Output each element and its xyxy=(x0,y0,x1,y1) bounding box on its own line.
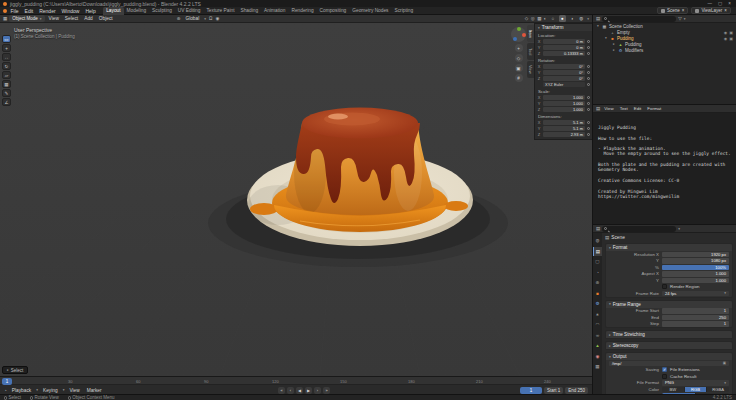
transform-orientation-selector[interactable]: Global xyxy=(183,16,201,21)
next-keyframe-button[interactable]: › xyxy=(314,387,321,394)
move-tool[interactable]: ↔ xyxy=(2,53,11,61)
animate-dot[interactable] xyxy=(587,65,590,68)
measure-tool[interactable]: ∠ xyxy=(2,98,11,106)
play-reverse-button[interactable]: ◀ xyxy=(296,387,303,394)
hide-eye-icon[interactable]: ◉ xyxy=(724,30,728,35)
workspace-tab-rendering[interactable]: Rendering xyxy=(288,7,316,15)
menu-object[interactable]: Object xyxy=(97,16,115,21)
camera-view-icon[interactable]: ▣ xyxy=(515,64,523,72)
menu-format[interactable]: Format xyxy=(645,106,663,111)
location-z-field[interactable]: 0.13333 m xyxy=(543,51,585,56)
workspace-tab-texture-paint[interactable]: Texture Paint xyxy=(203,7,237,15)
rotation-z-field[interactable]: 0° xyxy=(543,76,585,81)
mode-selector[interactable]: Object Mode ▾ xyxy=(9,15,44,22)
animate-dot[interactable] xyxy=(587,83,590,86)
frame-end-prop-field[interactable]: 250 xyxy=(662,315,729,321)
outliner-row-modifiers[interactable]: ▸ ⚙ Modifiers xyxy=(593,47,736,53)
menu-edit-text[interactable]: Edit xyxy=(632,106,644,111)
animate-dot[interactable] xyxy=(587,52,590,55)
cursor-tool[interactable]: + xyxy=(2,44,11,52)
view-layer-unlink-icon[interactable]: × xyxy=(724,8,727,13)
show-gizmo-icon[interactable]: ◇ xyxy=(525,16,528,21)
hide-eye-icon[interactable]: ◉ xyxy=(724,36,728,41)
disable-render-camera-icon[interactable]: ▣ xyxy=(729,36,733,41)
playhead[interactable]: 1 xyxy=(2,378,12,385)
scene-selector[interactable]: Scene × xyxy=(657,7,688,14)
orientation-globe-icon[interactable]: ⊕ xyxy=(177,16,181,21)
y-axis-dot[interactable] xyxy=(517,27,521,31)
scale-tool[interactable]: ▱ xyxy=(2,71,11,79)
scale-x-field[interactable]: 1.000 xyxy=(543,95,585,100)
menu-view[interactable]: View xyxy=(47,16,61,21)
menu-marker[interactable]: Marker xyxy=(85,388,104,393)
color-rgb-option[interactable]: RGB xyxy=(685,387,708,393)
tab-modifiers[interactable]: ⚙ xyxy=(593,299,602,308)
text-editor-icon[interactable]: ▤ xyxy=(596,106,600,111)
folder-icon[interactable]: ▣ xyxy=(723,361,726,365)
last-operator-panel[interactable]: ▸ Select xyxy=(2,366,28,374)
proportional-editing-icon[interactable]: ◉ xyxy=(215,16,219,21)
format-panel-header[interactable]: ▾ Format xyxy=(606,244,732,251)
rotation-mode-selector[interactable]: XYZ Euler xyxy=(543,82,585,87)
tab-view-layer[interactable]: ▢ xyxy=(593,257,602,266)
show-overlays-icon[interactable]: ◎ xyxy=(531,16,535,21)
workspace-tab-geometry-nodes[interactable]: Geometry Nodes xyxy=(349,7,391,15)
tab-output[interactable]: ▤ xyxy=(593,247,602,256)
tab-constraints[interactable]: ∞ xyxy=(593,331,602,340)
animate-dot[interactable] xyxy=(587,40,590,43)
workspace-tab-layout[interactable]: Layout xyxy=(103,7,123,15)
menu-edit[interactable]: Edit xyxy=(22,8,36,14)
viewport-canvas[interactable]: User Perspective (1) Scene Collection | … xyxy=(0,23,592,376)
menu-view-timeline[interactable]: View xyxy=(67,388,81,393)
resolution-y-field[interactable]: 1080 px xyxy=(662,258,729,264)
blender-menu-icon[interactable] xyxy=(3,9,7,13)
sidebar-tab-item[interactable]: Item xyxy=(527,25,534,42)
shading-material-icon[interactable]: ◑ xyxy=(568,15,575,22)
scale-y-field[interactable]: 1.000 xyxy=(543,101,585,106)
tab-particles[interactable]: ∗ xyxy=(593,310,602,319)
disable-render-camera-icon[interactable]: ▣ xyxy=(729,30,733,35)
workspace-tab-compositing[interactable]: Compositing xyxy=(317,7,350,15)
tab-object-data[interactable]: ▲ xyxy=(593,341,602,350)
jump-to-end-button[interactable]: » xyxy=(323,387,330,394)
menu-playback[interactable]: Playback xyxy=(10,388,33,393)
tab-scene[interactable]: ◔ xyxy=(593,268,602,277)
menu-help[interactable]: Help xyxy=(83,8,98,14)
cache-result-checkbox[interactable] xyxy=(662,374,667,379)
minimize-button[interactable]: — xyxy=(708,1,713,6)
tab-object[interactable]: ■ xyxy=(593,289,602,298)
animate-dot[interactable] xyxy=(587,102,590,105)
zoom-icon[interactable]: + xyxy=(515,44,523,52)
z-axis-dot[interactable] xyxy=(513,37,517,41)
render-region-checkbox[interactable] xyxy=(662,284,667,289)
workspace-tab-scripting[interactable]: Scripting xyxy=(392,7,417,15)
sidebar-tab-tool[interactable]: Tool xyxy=(527,43,534,60)
scene-unlink-icon[interactable]: × xyxy=(682,8,685,13)
x-axis-dot[interactable] xyxy=(522,33,526,37)
prev-keyframe-button[interactable]: ‹ xyxy=(287,387,294,394)
output-panel-header[interactable]: ▾ Output xyxy=(606,353,732,360)
annotate-tool[interactable]: ✎ xyxy=(2,89,11,97)
perspective-toggle-icon[interactable]: # xyxy=(515,74,523,82)
animate-dot[interactable] xyxy=(587,46,590,49)
outliner-editor-icon[interactable]: ▤ xyxy=(596,16,600,21)
workspace-tab-animation[interactable]: Animation xyxy=(261,7,288,15)
rotation-x-field[interactable]: 0° xyxy=(543,64,585,69)
dimensions-x-field[interactable]: 5.1 m xyxy=(543,120,585,125)
tab-world[interactable]: ⊕ xyxy=(593,278,602,287)
dimensions-y-field[interactable]: 5.1 m xyxy=(543,126,585,131)
workspace-tab-modeling[interactable]: Modeling xyxy=(124,7,149,15)
clock-icon[interactable]: ◔ xyxy=(4,388,7,393)
color-rgba-option[interactable]: RGBA xyxy=(707,387,729,393)
close-button[interactable]: × xyxy=(728,1,731,6)
menu-select[interactable]: Select xyxy=(63,16,80,21)
animate-dot[interactable] xyxy=(587,121,590,124)
menu-window[interactable]: Window xyxy=(59,8,82,14)
shading-solid-icon[interactable]: ● xyxy=(559,15,566,22)
text-document[interactable]: Jiggly Pudding How to use the file: - Pl… xyxy=(593,113,735,199)
current-frame-field[interactable]: 1 xyxy=(520,387,542,394)
frame-rate-selector[interactable]: 24 fps▾ xyxy=(662,291,729,297)
file-extensions-checkbox[interactable]: ✓ xyxy=(662,367,667,372)
snap-magnet-icon[interactable]: Ω xyxy=(209,16,212,21)
select-box-tool[interactable]: ▭ xyxy=(2,35,11,43)
